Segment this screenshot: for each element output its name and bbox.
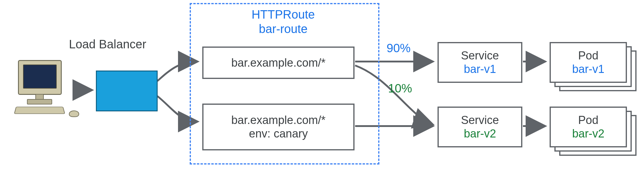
route-rule-1-match: bar.example.com/* (231, 56, 326, 70)
client-computer-icon (12, 60, 66, 117)
service-v1-name: bar-v1 (464, 62, 496, 76)
service-v2-kind: Service (461, 113, 499, 127)
load-balancer-title: Load Balancer (69, 38, 146, 51)
route-rule-2: bar.example.com/* env: canary (202, 104, 355, 150)
weight-canary: 10% (388, 82, 412, 95)
pod-v1-name: bar-v1 (572, 62, 604, 76)
route-rule-2-match: bar.example.com/* (231, 113, 326, 127)
service-v1-kind: Service (461, 49, 499, 62)
service-v2-name: bar-v2 (464, 127, 496, 140)
pod-v2-kind: Pod (578, 113, 598, 127)
pod-v2: Pod bar-v2 (550, 107, 627, 147)
httproute-heading: HTTPRoute bar-route (237, 7, 330, 36)
httproute-heading-line2: bar-route (237, 22, 330, 36)
route-rule-2-header: env: canary (249, 127, 308, 140)
pod-v2-name: bar-v2 (572, 127, 604, 140)
load-balancer-icon (96, 71, 158, 111)
pod-v1-kind: Pod (578, 49, 598, 62)
service-v1: Service bar-v1 (438, 42, 522, 83)
httproute-heading-line1: HTTPRoute (237, 7, 330, 22)
route-rule-1: bar.example.com/* (202, 47, 355, 79)
weight-primary: 90% (387, 41, 411, 55)
pod-v1: Pod bar-v1 (550, 42, 627, 83)
service-v2: Service bar-v2 (438, 107, 522, 147)
